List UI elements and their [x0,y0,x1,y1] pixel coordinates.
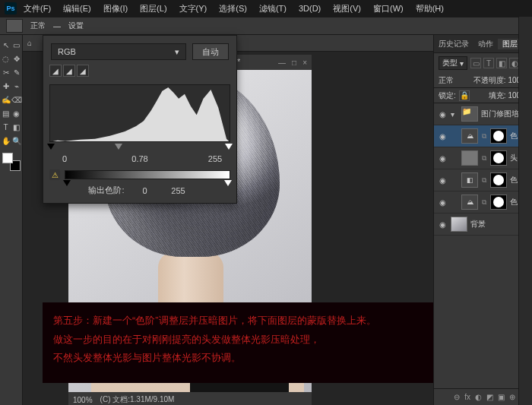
menu-view[interactable]: 视图(V) [328,3,366,14]
visibility-toggle-icon[interactable]: ◉ [437,131,448,141]
caption-line-2: 做这一步的目的在于对刚刚提亮的头发做整体光影压暗处理， [53,331,433,350]
filter-type-icon[interactable]: T [483,58,494,68]
visibility-toggle-icon[interactable]: ◉ [437,175,448,185]
clip-warning-icon[interactable]: ⚠ [49,169,60,180]
visibility-toggle-icon[interactable]: ◉ [437,109,448,119]
menu-edit[interactable]: 编辑(E) [58,3,97,14]
lock-all-icon[interactable]: 🔒 [459,90,470,101]
menu-window[interactable]: 窗口(W) [368,3,409,14]
tab-history[interactable]: 历史记录 [434,39,473,49]
blend-mode-dropdown[interactable]: 正常 [439,75,454,86]
output-gradient[interactable] [65,170,230,179]
window-close-icon[interactable]: × [302,59,307,67]
layer-background[interactable]: ◉ 背景 🔒 [434,214,532,236]
tool-hand-icon[interactable]: ✋ [1,135,11,146]
layer-levels-1[interactable]: ◉ ⛰ ⧉ 色阶 1 [434,191,532,214]
menu-image[interactable]: 图像(I) [98,3,133,14]
tool-type-icon[interactable]: T [1,122,11,132]
collapsed-panel-strip[interactable] [518,17,532,405]
menu-layer[interactable]: 图层(L) [135,3,172,14]
menu-3d[interactable]: 3D(D) [293,4,326,13]
mask-link-icon[interactable]: ⧉ [481,132,487,141]
window-maximize-icon[interactable]: □ [292,59,296,67]
tool-shape-icon[interactable]: ◧ [11,122,22,132]
tool-lasso-icon[interactable]: ◌ [1,53,11,64]
layer-thumb[interactable] [461,150,478,166]
input-sliders[interactable] [49,144,230,151]
input-white-slider[interactable] [225,144,233,150]
menu-type[interactable]: 文字(Y) [174,3,213,14]
output-white-slider[interactable] [224,180,232,186]
layer-name[interactable]: 背景 [470,219,517,229]
new-adjustment-icon[interactable]: ◩ [486,393,493,401]
input-black-slider[interactable] [47,144,55,150]
menu-select[interactable]: 选择(S) [214,3,252,14]
menu-help[interactable]: 帮助(H) [410,3,449,14]
visibility-toggle-icon[interactable]: ◉ [437,153,448,163]
levels-channel-dropdown[interactable]: RGB ▾ [51,43,186,60]
layer-hair-detail[interactable]: ◉ ⧉ 头发细节提取 [434,147,532,169]
input-black-value[interactable]: 0 [49,154,80,163]
tool-eraser-icon[interactable]: ⌫ [11,94,22,105]
layer-mask-thumb[interactable] [490,150,507,166]
foreground-color[interactable] [2,153,13,163]
visibility-toggle-icon[interactable]: ◉ [437,219,448,229]
adjustment-thumb-icon[interactable]: ⛰ [461,195,478,210]
input-gamma-value[interactable]: 0.78 [125,154,155,163]
window-minimize-icon[interactable]: — [278,59,286,67]
home-icon[interactable]: ⌂ [27,39,32,47]
layer-fx-icon[interactable]: fx [464,393,470,401]
tool-zoom-icon[interactable]: 🔍 [11,135,22,146]
filter-pixel-icon[interactable]: ▭ [470,58,481,68]
fg-bg-swatches[interactable] [2,153,21,171]
layer-group[interactable]: ◉ ▾ 📁 图门修图培训机构 [434,103,532,125]
adjustment-thumb-icon[interactable]: ◧ [461,172,478,188]
chevron-down-icon: ▾ [460,59,464,68]
layer-mask-thumb[interactable] [490,172,507,188]
layer-thumb[interactable] [451,217,467,232]
tool-crop-icon[interactable]: ✂ [1,67,11,78]
menu-filter[interactable]: 滤镜(T) [254,3,292,14]
tool-marquee-icon[interactable]: ▭ [11,40,22,50]
output-white-value[interactable]: 255 [166,186,192,195]
tool-preset-swatch[interactable] [6,19,23,33]
tool-brush-icon[interactable]: ⌁ [11,81,22,91]
black-point-eyedropper-icon[interactable]: ◢ [49,65,62,77]
caption-line-3: 不然头发整体光影与图片整体光影不协调。 [53,349,433,368]
layer-mask-thumb[interactable] [490,195,507,210]
filter-shape-icon[interactable]: ◧ [496,58,507,68]
layer-filter-kind[interactable]: 类型 ▾ [439,56,467,70]
tool-eyedropper-icon[interactable]: ✎ [11,67,22,78]
group-expand-icon[interactable]: ▾ [451,110,458,119]
layer-levels-2[interactable]: ◉ ⛰ ⧉ 色阶 2 [434,125,532,147]
tool-move-icon[interactable]: ↖ [1,40,11,50]
tab-actions[interactable]: 动作 [473,39,498,49]
adjustment-thumb-icon[interactable]: ⛰ [461,128,478,144]
tool-gradient-icon[interactable]: ▤ [1,108,11,119]
mask-link-icon[interactable]: ⧉ [481,176,487,185]
new-layer-icon[interactable]: ⊕ [509,393,515,401]
doc-info[interactable]: (C) 文档:1.31M/9.10M [100,394,175,405]
tool-heal-icon[interactable]: ✚ [1,81,11,91]
menu-file[interactable]: 文件(F) [18,3,56,14]
mask-link-icon[interactable]: ⧉ [481,198,487,207]
input-white-value[interactable]: 255 [200,154,230,163]
output-black-slider[interactable] [63,180,71,186]
tool-wand-icon[interactable]: ✥ [11,53,22,64]
visibility-toggle-icon[interactable]: ◉ [437,197,448,207]
input-gamma-slider[interactable] [115,144,122,150]
new-group-icon[interactable]: ▣ [498,393,505,401]
zoom-level[interactable]: 100% [73,396,93,404]
tool-dodge-icon[interactable]: ◉ [11,108,22,119]
levels-auto-button[interactable]: 自动 [192,43,229,60]
tool-stamp-icon[interactable]: ✍ [1,94,11,105]
add-mask-icon[interactable]: ◐ [475,393,482,401]
layer-mask-thumb[interactable] [490,128,507,144]
white-point-eyedropper-icon[interactable]: ◢ [77,65,89,77]
layer-hue-sat[interactable]: ◉ ◧ ⧉ 色相/饱和度 [434,169,532,191]
levels-properties-panel[interactable]: RGB ▾ 自动 ◢ ◢ ◢ 0 0.78 255 ⚠ 输出色阶: [43,35,237,204]
output-black-value[interactable]: 0 [132,186,158,195]
gray-point-eyedropper-icon[interactable]: ◢ [63,65,75,77]
link-layers-icon[interactable]: ⊖ [454,393,460,401]
mask-link-icon[interactable]: ⧉ [481,154,487,163]
